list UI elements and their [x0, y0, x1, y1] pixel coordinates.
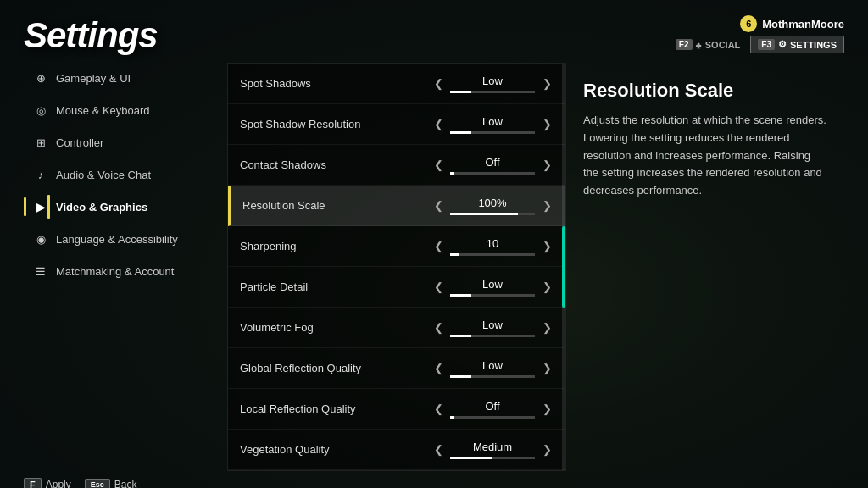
- slider-fill-vegetation: [450, 457, 492, 459]
- right-arrow-global-reflection[interactable]: ❯: [540, 362, 554, 374]
- slider-fill-global-reflection: [450, 375, 471, 378]
- value-block-vegetation: Medium: [450, 441, 535, 459]
- row-control-spot-shadow-res: ❮Low❯: [431, 115, 554, 134]
- settings-row-particle-detail[interactable]: Particle Detail❮Low❯: [228, 267, 565, 308]
- sidebar-item-mouse[interactable]: ◎Mouse & Keyboard: [24, 95, 220, 125]
- settings-row-sharpening[interactable]: Sharpening❮10❯: [228, 226, 565, 267]
- main-content: ⊕Gameplay & UI◎Mouse & Keyboard⊞Controll…: [0, 63, 868, 471]
- value-block-spot-shadows: Low: [450, 75, 535, 93]
- slider-track-spot-shadows: [450, 91, 535, 93]
- right-arrow-sharpening[interactable]: ❯: [540, 240, 554, 252]
- slider-fill-sharpening: [450, 253, 459, 256]
- row-control-spot-shadows: ❮Low❯: [431, 75, 554, 93]
- audio-icon: ♪: [34, 168, 47, 181]
- left-arrow-contact-shadows[interactable]: ❮: [431, 158, 445, 171]
- right-arrow-local-reflection[interactable]: ❯: [540, 402, 554, 415]
- left-arrow-global-reflection[interactable]: ❮: [431, 362, 445, 374]
- settings-row-local-reflection[interactable]: Local Reflection Quality❮Off❯: [228, 389, 565, 430]
- left-arrow-vegetation[interactable]: ❮: [431, 443, 445, 456]
- row-control-volumetric-fog: ❮Low❯: [431, 319, 554, 337]
- sidebar-item-language[interactable]: ◉Language & Accessibility: [24, 224, 220, 254]
- right-arrow-particle-detail[interactable]: ❯: [540, 280, 554, 293]
- sidebar-item-video[interactable]: ▶Video & Graphics: [24, 191, 220, 222]
- right-arrow-contact-shadows[interactable]: ❯: [540, 158, 554, 171]
- sidebar-label-gameplay: Gameplay & UI: [56, 72, 131, 85]
- settings-row-global-reflection[interactable]: Global Reflection Quality❮Low❯: [228, 348, 565, 389]
- apply-button[interactable]: F Apply: [24, 478, 71, 488]
- social-nav-button[interactable]: F2 ♣ SOCIAL: [669, 36, 747, 53]
- settings-row-contact-shadows[interactable]: Contact Shadows❮Off❯: [228, 145, 565, 186]
- left-arrow-spot-shadows[interactable]: ❮: [431, 77, 445, 90]
- row-label-particle-detail: Particle Detail: [240, 280, 431, 293]
- scroll-indicator: [562, 64, 565, 470]
- slider-fill-contact-shadows: [450, 172, 454, 175]
- header-right: 6 MothmanMoore F2 ♣ SOCIAL F3 ⚙ SETTINGS: [669, 15, 844, 53]
- sidebar-label-audio: Audio & Voice Chat: [56, 169, 151, 181]
- right-arrow-vegetation[interactable]: ❯: [540, 443, 554, 456]
- row-label-volumetric-fog: Volumetric Fog: [240, 321, 431, 334]
- right-arrow-spot-shadows[interactable]: ❯: [540, 77, 554, 90]
- value-block-resolution-scale: 100%: [450, 197, 535, 215]
- settings-nav-label: SETTINGS: [790, 40, 837, 50]
- row-label-local-reflection: Local Reflection Quality: [240, 402, 431, 415]
- settings-icon: ⚙: [778, 39, 787, 50]
- value-block-contact-shadows: Off: [450, 156, 535, 175]
- footer-controls: F Apply Esc Back: [24, 478, 844, 488]
- slider-fill-spot-shadow-res: [450, 131, 471, 134]
- row-value-local-reflection: Off: [467, 400, 518, 413]
- row-value-volumetric-fog: Low: [467, 319, 518, 331]
- left-arrow-sharpening[interactable]: ❮: [431, 240, 445, 252]
- sidebar-label-mouse: Mouse & Keyboard: [56, 104, 150, 117]
- sidebar: ⊕Gameplay & UI◎Mouse & Keyboard⊞Controll…: [24, 63, 227, 471]
- right-arrow-volumetric-fog[interactable]: ❯: [540, 321, 554, 334]
- right-arrow-resolution-scale[interactable]: ❯: [540, 199, 554, 212]
- back-button[interactable]: Esc Back: [85, 479, 137, 488]
- settings-row-resolution-scale[interactable]: Resolution Scale❮100%❯: [228, 186, 565, 226]
- sidebar-item-controller[interactable]: ⊞Controller: [24, 127, 220, 158]
- row-label-contact-shadows: Contact Shadows: [240, 158, 431, 171]
- settings-row-spot-shadow-res[interactable]: Spot Shadow Resolution❮Low❯: [228, 104, 565, 145]
- slider-fill-spot-shadows: [450, 91, 471, 93]
- gameplay-icon: ⊕: [34, 71, 47, 85]
- settings-row-spot-shadows[interactable]: Spot Shadows❮Low❯: [228, 64, 565, 104]
- info-panel: Resolution Scale Adjusts the resolution …: [566, 63, 844, 471]
- page-title: Settings: [24, 15, 158, 56]
- row-label-sharpening: Sharpening: [240, 240, 431, 252]
- nav-buttons: F2 ♣ SOCIAL F3 ⚙ SETTINGS: [669, 36, 844, 53]
- sidebar-item-matchmaking[interactable]: ☰Matchmaking & Account: [24, 256, 220, 286]
- row-value-particle-detail: Low: [467, 278, 518, 291]
- slider-track-vegetation: [450, 457, 535, 459]
- value-block-spot-shadow-res: Low: [450, 115, 535, 134]
- row-control-resolution-scale: ❮100%❯: [431, 197, 554, 215]
- social-icon: ♣: [696, 40, 702, 50]
- slider-track-global-reflection: [450, 375, 535, 378]
- row-label-global-reflection: Global Reflection Quality: [240, 362, 431, 374]
- slider-track-contact-shadows: [450, 172, 535, 175]
- left-arrow-local-reflection[interactable]: ❮: [431, 402, 445, 415]
- back-label: Back: [114, 479, 137, 488]
- left-arrow-volumetric-fog[interactable]: ❮: [431, 321, 445, 334]
- row-label-resolution-scale: Resolution Scale: [242, 199, 431, 212]
- mouse-icon: ◎: [34, 103, 47, 117]
- slider-track-local-reflection: [450, 416, 535, 419]
- settings-row-volumetric-fog[interactable]: Volumetric Fog❮Low❯: [228, 308, 565, 348]
- right-arrow-spot-shadow-res[interactable]: ❯: [540, 118, 554, 130]
- header: Settings 6 MothmanMoore F2 ♣ SOCIAL F3 ⚙…: [0, 0, 868, 63]
- sidebar-item-audio[interactable]: ♪Audio & Voice Chat: [24, 159, 220, 190]
- info-body: Adjusts the resolution at which the scen…: [583, 112, 827, 200]
- row-value-sharpening: 10: [467, 237, 518, 250]
- left-arrow-particle-detail[interactable]: ❮: [431, 280, 445, 293]
- back-key: Esc: [85, 479, 110, 488]
- settings-row-vegetation[interactable]: Vegetation Quality❮Medium❯: [228, 430, 565, 470]
- settings-nav-button[interactable]: F3 ⚙ SETTINGS: [750, 36, 844, 53]
- scroll-thumb: [562, 226, 565, 308]
- left-arrow-resolution-scale[interactable]: ❮: [431, 199, 445, 212]
- row-control-particle-detail: ❮Low❯: [431, 278, 554, 297]
- apply-key: F: [24, 478, 42, 488]
- row-control-global-reflection: ❮Low❯: [431, 359, 554, 378]
- sidebar-item-gameplay[interactable]: ⊕Gameplay & UI: [24, 63, 220, 93]
- left-arrow-spot-shadow-res[interactable]: ❮: [431, 118, 445, 130]
- sidebar-label-controller: Controller: [56, 136, 103, 149]
- user-info: 6 MothmanMoore: [740, 15, 844, 32]
- footer: F Apply Esc Back Chat Window Enter: [0, 471, 868, 488]
